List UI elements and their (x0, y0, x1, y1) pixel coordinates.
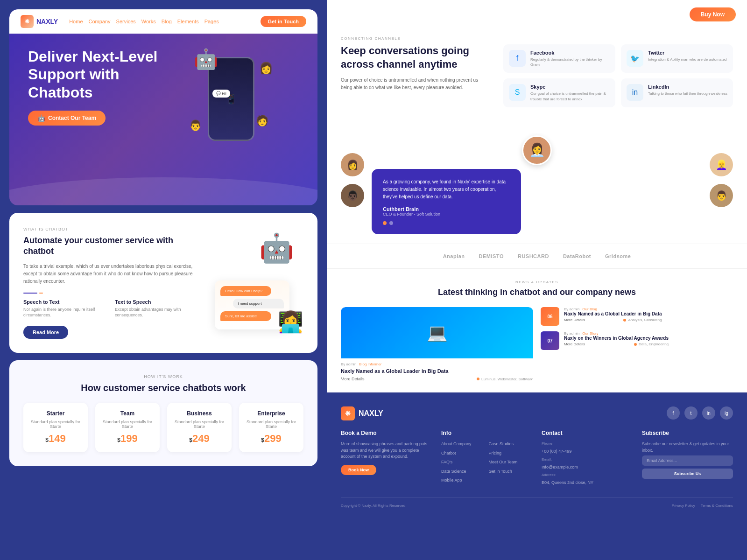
social-linkedin[interactable]: in (702, 406, 715, 420)
read-more-button[interactable]: Read More (23, 326, 68, 339)
twitter-info: Twitter Integration & Ability man who ar… (648, 50, 727, 62)
nav-company[interactable]: Company (89, 19, 111, 24)
social-twitter[interactable]: t (684, 406, 698, 420)
footer-link-get-in-touch[interactable]: Meet Our Team (489, 459, 533, 466)
news-title: Latest thinking in chatbot and our compa… (341, 287, 733, 298)
linkedin-info: LinkedIn Talking to those who fail then … (648, 84, 727, 96)
side-avatars-right: 👱‍♀️ 👨 (710, 153, 733, 207)
news-content-1: By admin Our Blog Naxly Named as a Globa… (564, 307, 662, 322)
nav-services[interactable]: Services (116, 19, 136, 24)
news-featured-link[interactable]: More Details (341, 377, 365, 381)
news-thumb-2: 07 (541, 331, 559, 350)
nav-elements[interactable]: Elements (177, 19, 199, 24)
logo-icon: ❋ (21, 15, 34, 28)
email-input[interactable] (642, 455, 733, 466)
brands-section: Anaplan DEMISTO RUSHCARD DataRobot Grids… (327, 244, 747, 269)
social-instagram[interactable]: ig (720, 406, 733, 420)
footer-social[interactable]: f t in ig (667, 406, 733, 420)
dot-2[interactable] (389, 221, 393, 225)
footer-columns: Book a Demo More of showcasing phrases a… (341, 430, 733, 488)
footer-link-faq[interactable]: FAQ's (441, 459, 485, 466)
footer-copyright: Copyright © Naxly. All Rights Reserved. (341, 504, 406, 508)
brand-name: NAXLY (36, 18, 58, 25)
chatbot-title: Automate your customer service with chat… (23, 235, 201, 257)
channels-description: Our power of choice is untrammelled and … (341, 77, 481, 91)
avatar-4: 👨 (710, 184, 733, 207)
hero-wave (9, 177, 317, 205)
subscribe-form: Subscribe Us (642, 455, 733, 479)
channels-cards-grid: f Facebook Regularly & demonstrated by t… (503, 44, 733, 107)
footer-phone: +00 (00) 47-499 (542, 448, 633, 455)
avatar-3: 👱‍♀️ (710, 153, 733, 176)
footer-logo: ❋ NAXLY (341, 406, 383, 420)
news-tag-badge-1: Analysis, Consulting (623, 318, 662, 322)
chatbot-section: WHAT IS CHATBOT Automate your customer s… (9, 213, 317, 353)
news-section: NEWS & UPDATES Latest thinking in chatbo… (327, 269, 747, 392)
footer-link-case[interactable]: Case Studies (489, 441, 533, 448)
chatbot-illustration: 🤖 Hello! How can I help? I need support … (210, 227, 303, 339)
pricing-enterprise: Enterprise Standard plan specially for S… (239, 403, 303, 452)
footer-link-mobile-app[interactable]: Mobile App (441, 477, 485, 484)
feature-text-to-speech: Text to Speech Except obtain advantages … (115, 299, 201, 318)
pricing-starter: Starter Standard plan specially for Star… (23, 403, 88, 452)
hero-cta-label: Contact Our Team (48, 115, 96, 121)
terms-link[interactable]: Terms & Conditions (701, 504, 733, 508)
hero-cta-button[interactable]: 🤖 Contact Our Team (28, 111, 106, 126)
nav-pages[interactable]: Pages (204, 19, 219, 24)
testimonial-inner: 👩 👨🏿 👩‍💼 As a growing company, we found … (341, 126, 733, 234)
channels-section: CONNECTING CHANNELS Keep conversations g… (327, 25, 747, 117)
right-column: Buy Now CONNECTING CHANNELS Keep convers… (327, 0, 747, 522)
news-content-2: By admin Our Story Naxly on the Winners … (564, 331, 669, 346)
buy-now-button[interactable]: Buy Now (690, 7, 736, 21)
navigation: ❋ NAXLY Home Company Services Works Blog… (9, 9, 317, 34)
footer-legal-links[interactable]: Privacy Policy Terms & Conditions (672, 504, 733, 508)
avatar-1: 👩 (341, 153, 364, 176)
news-meta-1: By admin Our Blog (564, 307, 662, 311)
footer-link-chatbot[interactable]: Chatbot (441, 450, 485, 457)
social-facebook[interactable]: f (667, 406, 680, 420)
footer-top: ❋ NAXLY f t in ig (341, 406, 733, 420)
testimonial-card-wrap: 👩‍💼 As a growing company, we found in Na… (372, 126, 702, 234)
testimonial-section: 👩 👨🏿 👩‍💼 As a growing company, we found … (327, 117, 747, 244)
testimonial-author: Cuthbert Brain (383, 206, 510, 212)
nav-blog[interactable]: Blog (162, 19, 172, 24)
facebook-info: Facebook Regularly & demonstrated by the… (530, 50, 610, 67)
pricing-grid: Starter Standard plan specially for Star… (23, 403, 303, 452)
footer-logo-icon: ❋ (341, 406, 355, 420)
top-right-bar: Buy Now (327, 0, 747, 25)
tag-dot-1 (623, 319, 626, 322)
brand-anaplan: Anaplan (443, 253, 465, 259)
footer-link-meet-team[interactable]: Data Science (441, 469, 485, 475)
news-featured-image: 💻 (341, 307, 533, 358)
channel-skype: S Skype Our goal of choice is untrammell… (503, 78, 615, 107)
footer-link-data-science[interactable]: Get in Touch (489, 469, 533, 475)
testimonial-dots (383, 221, 510, 225)
brand-gridsome: Gridsome (605, 253, 631, 259)
nav-cta-button[interactable]: Get in Touch (261, 16, 306, 27)
footer-link-about[interactable]: About Company (441, 441, 485, 448)
chatbot-description: To take a trivial example, which of us e… (23, 263, 201, 285)
footer-link-pricing[interactable]: Pricing (489, 450, 533, 457)
dot-1[interactable] (383, 221, 387, 225)
testimonial-text: As a growing company, we found in Naxly'… (383, 178, 510, 201)
news-grid: 💻 By admin Blog Informer Naxly Named as … (341, 307, 733, 381)
nav-logo: ❋ NAXLY (21, 15, 58, 28)
nav-home[interactable]: Home (69, 19, 83, 24)
skype-icon: S (509, 84, 526, 101)
skype-info: Skype Our goal of choice is untrammelled… (530, 84, 610, 101)
subscribe-button[interactable]: Subscribe Us (642, 469, 733, 479)
hero-text: Deliver Next-Level Support with Chatbots… (28, 48, 163, 141)
feature-speech-to-text: Speech to Text Nor again is there anyone… (23, 299, 109, 318)
footer-address: E04, Queens 2nd close, NY (542, 480, 633, 486)
privacy-policy-link[interactable]: Privacy Policy (672, 504, 695, 508)
news-item-1: 06 By admin Our Blog Naxly Named as a Gl… (541, 307, 733, 326)
avatar-2: 👨🏿 (341, 184, 364, 207)
nav-works[interactable]: Works (141, 19, 156, 24)
linkedin-icon: in (627, 84, 643, 101)
how-section-label: HOW IT'S WORK (23, 374, 303, 379)
nav-links[interactable]: Home Company Services Works Blog Element… (69, 19, 219, 24)
news-tag-badge-2: Data, Engineering (634, 342, 669, 346)
news-admin-label: By admin (341, 362, 356, 366)
news-featured-meta: By admin Blog Informer (341, 362, 533, 366)
book-demo-button[interactable]: Book Now (341, 465, 376, 475)
